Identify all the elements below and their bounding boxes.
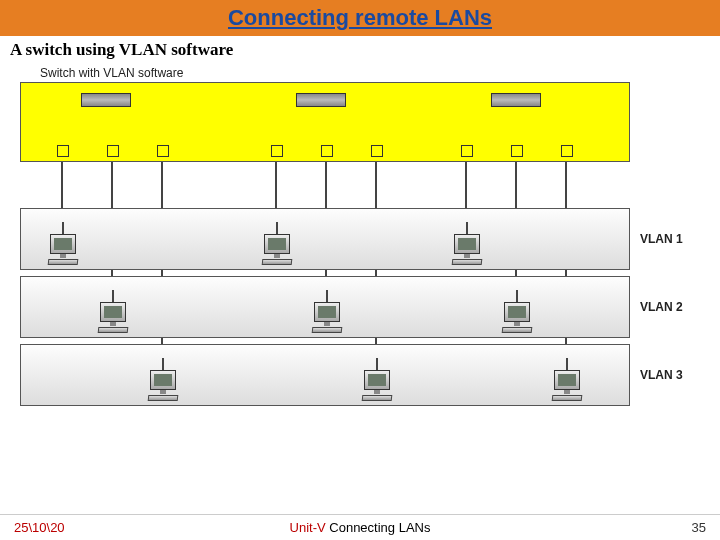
vlan-label: VLAN 1 bbox=[630, 232, 700, 246]
vlan-box bbox=[20, 208, 630, 270]
switch-port bbox=[157, 145, 169, 157]
computer-icon bbox=[96, 302, 130, 333]
switch-port bbox=[371, 145, 383, 157]
switch-port bbox=[271, 145, 283, 157]
switch-module bbox=[296, 93, 346, 107]
vlan-row-3: VLAN 3 bbox=[20, 344, 700, 406]
cable bbox=[465, 162, 467, 214]
switch-module bbox=[491, 93, 541, 107]
cable bbox=[61, 162, 63, 214]
computer-icon bbox=[46, 234, 80, 265]
footer-title: Unit-V Connecting LANs bbox=[290, 520, 431, 535]
page-title: Connecting remote LANs bbox=[228, 5, 492, 31]
cable bbox=[275, 162, 277, 214]
vlan-label: VLAN 2 bbox=[630, 300, 700, 314]
subtitle: A switch using VLAN software bbox=[0, 36, 720, 66]
computer-icon bbox=[550, 370, 584, 401]
switch-port bbox=[57, 145, 69, 157]
footer-topic: Connecting LANs bbox=[326, 520, 431, 535]
vlan-diagram: Switch with VLAN software VLAN 1 bbox=[20, 66, 700, 406]
vlan-box bbox=[20, 276, 630, 338]
switch-label: Switch with VLAN software bbox=[40, 66, 700, 80]
header-bar: Connecting remote LANs bbox=[0, 0, 720, 36]
computer-icon bbox=[500, 302, 534, 333]
vlan-row-1: VLAN 1 bbox=[20, 208, 700, 270]
footer: 25\10\20 Unit-V Connecting LANs 35 bbox=[0, 514, 720, 540]
footer-unit: Unit-V bbox=[290, 520, 326, 535]
computer-icon bbox=[260, 234, 294, 265]
cable-area bbox=[20, 162, 630, 202]
vlan-row-2: VLAN 2 bbox=[20, 276, 700, 338]
switch-module bbox=[81, 93, 131, 107]
vlan-label: VLAN 3 bbox=[630, 368, 700, 382]
switch-port bbox=[461, 145, 473, 157]
switch-box bbox=[20, 82, 630, 162]
switch-port bbox=[321, 145, 333, 157]
computer-icon bbox=[310, 302, 344, 333]
page-number: 35 bbox=[692, 520, 706, 535]
switch-port bbox=[511, 145, 523, 157]
vlan-box bbox=[20, 344, 630, 406]
switch-port bbox=[561, 145, 573, 157]
computer-icon bbox=[360, 370, 394, 401]
footer-date: 25\10\20 bbox=[14, 520, 65, 535]
switch-port bbox=[107, 145, 119, 157]
computer-icon bbox=[146, 370, 180, 401]
computer-icon bbox=[450, 234, 484, 265]
